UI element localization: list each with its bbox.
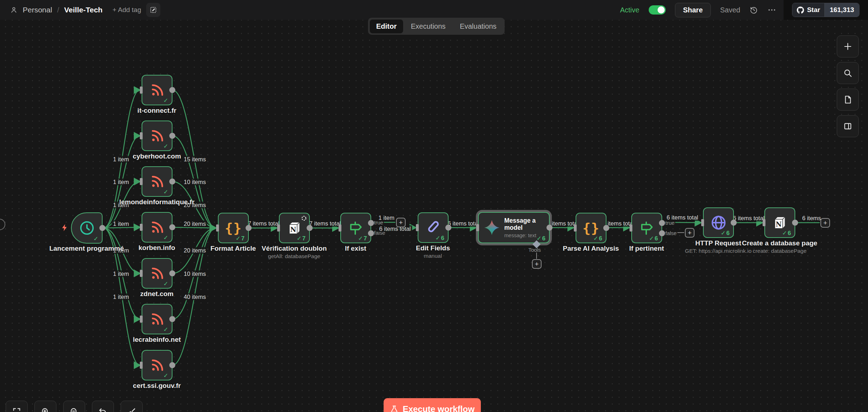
add-node-panel-button[interactable] bbox=[837, 35, 859, 57]
input-port[interactable] bbox=[140, 270, 143, 277]
input-port[interactable] bbox=[277, 224, 280, 232]
input-port[interactable] bbox=[216, 224, 219, 232]
execute-workflow-button[interactable]: Execute workflow bbox=[384, 398, 481, 412]
input-port[interactable] bbox=[140, 362, 143, 369]
zoom-out-button[interactable] bbox=[63, 401, 85, 412]
github-star-left[interactable]: Star bbox=[792, 3, 824, 17]
output-port[interactable] bbox=[169, 362, 175, 368]
node-verification-doublon[interactable]: N 7 bbox=[279, 213, 310, 243]
output-port-true[interactable] bbox=[368, 220, 374, 226]
output-port-true[interactable] bbox=[659, 220, 665, 226]
input-port[interactable] bbox=[416, 224, 419, 231]
undo-button[interactable] bbox=[92, 401, 114, 412]
edge-label: 7 items total bbox=[308, 220, 342, 227]
success-count: 6 bbox=[721, 230, 730, 236]
output-port[interactable] bbox=[99, 225, 105, 231]
output-port[interactable] bbox=[169, 133, 175, 139]
add-tool-button[interactable] bbox=[532, 259, 542, 269]
node-if-exist[interactable]: 7 bbox=[340, 213, 371, 243]
share-button[interactable]: Share bbox=[675, 3, 711, 17]
toggle-panel-button[interactable] bbox=[837, 115, 859, 137]
input-port[interactable] bbox=[701, 219, 704, 226]
edge-label: 6 items bbox=[801, 215, 822, 222]
search-button[interactable] bbox=[837, 62, 859, 84]
input-port[interactable] bbox=[140, 316, 143, 323]
node-rss-korben[interactable] bbox=[142, 212, 172, 243]
output-port-false[interactable] bbox=[368, 230, 374, 236]
input-port[interactable] bbox=[140, 132, 143, 139]
workflow-title[interactable]: Veille-Tech bbox=[64, 6, 103, 14]
svg-text:N: N bbox=[776, 221, 782, 228]
node-parse-ai-analysis[interactable]: 6 bbox=[576, 213, 606, 243]
input-port[interactable] bbox=[140, 178, 143, 185]
output-port[interactable] bbox=[603, 225, 609, 231]
node-rss-cyberhoot[interactable] bbox=[142, 121, 172, 151]
github-star-label: Star bbox=[807, 6, 820, 14]
breadcrumb-separator: / bbox=[57, 6, 59, 14]
github-panel: Star 161,313 bbox=[784, 0, 868, 20]
sticky-note-button[interactable] bbox=[837, 89, 859, 111]
node-label: lecrabeinfo.net bbox=[133, 336, 181, 344]
output-port[interactable] bbox=[169, 316, 175, 322]
input-port[interactable] bbox=[140, 87, 143, 94]
output-port[interactable] bbox=[307, 225, 313, 231]
output-port[interactable] bbox=[445, 225, 451, 231]
node-schedule-trigger[interactable] bbox=[71, 212, 103, 244]
rss-icon bbox=[149, 82, 165, 98]
node-label: cyberhoot.com bbox=[133, 152, 181, 160]
clock-icon bbox=[78, 219, 95, 236]
add-node-button[interactable] bbox=[685, 228, 694, 238]
undo-icon bbox=[98, 407, 108, 412]
fit-view-button[interactable] bbox=[6, 401, 28, 412]
input-port[interactable] bbox=[476, 224, 479, 231]
tab-editor[interactable]: Editor bbox=[370, 20, 403, 33]
node-format-article[interactable]: 7 bbox=[218, 213, 249, 243]
person-icon bbox=[10, 6, 18, 14]
edge-label: 10 items bbox=[182, 271, 207, 277]
output-port[interactable] bbox=[546, 225, 553, 231]
node-edit-fields[interactable]: 6 bbox=[418, 212, 449, 243]
fit-view-icon bbox=[12, 407, 21, 412]
history-button[interactable] bbox=[749, 6, 758, 14]
input-port[interactable] bbox=[574, 224, 577, 232]
zoom-in-button[interactable] bbox=[34, 401, 56, 412]
saved-status[interactable]: Saved bbox=[720, 6, 740, 14]
input-port[interactable] bbox=[140, 224, 143, 231]
node-rss-lemondeinformatique[interactable] bbox=[142, 166, 172, 197]
rss-icon bbox=[149, 311, 165, 327]
output-port[interactable] bbox=[731, 220, 737, 226]
rss-icon bbox=[149, 174, 165, 189]
tab-executions[interactable]: Executions bbox=[405, 20, 452, 33]
node-http-request[interactable]: 6 bbox=[703, 207, 734, 238]
output-port-false[interactable] bbox=[659, 230, 665, 236]
add-node-button[interactable] bbox=[820, 218, 830, 228]
output-port[interactable] bbox=[246, 225, 252, 231]
tidy-up-button[interactable] bbox=[121, 401, 143, 412]
input-port[interactable] bbox=[339, 224, 341, 232]
workflow-notes-button[interactable] bbox=[146, 3, 160, 17]
node-create-database-page[interactable]: N 6 bbox=[764, 207, 795, 238]
add-node-button[interactable] bbox=[396, 218, 406, 227]
input-port[interactable] bbox=[763, 219, 765, 226]
node-message-a-model[interactable]: Message a model message: text 6 bbox=[478, 212, 550, 243]
github-star-badge[interactable]: Star 161,313 bbox=[792, 3, 859, 17]
node-if-pertinent[interactable]: 6 bbox=[631, 213, 662, 243]
output-port[interactable] bbox=[169, 271, 175, 277]
output-port[interactable] bbox=[169, 224, 175, 230]
node-rss-zdnet[interactable] bbox=[142, 258, 172, 289]
input-port[interactable] bbox=[630, 224, 632, 232]
node-rss-it-connect[interactable] bbox=[142, 75, 172, 105]
tab-evaluations[interactable]: Evaluations bbox=[454, 20, 503, 33]
active-toggle[interactable] bbox=[649, 5, 666, 15]
node-label: it-connect.fr bbox=[137, 107, 176, 115]
success-check bbox=[163, 372, 169, 379]
output-port[interactable] bbox=[792, 220, 798, 226]
output-port[interactable] bbox=[169, 179, 175, 185]
node-rss-cert-ssi[interactable] bbox=[142, 350, 172, 380]
workspace-name[interactable]: Personal bbox=[23, 6, 52, 14]
workflow-canvas[interactable]: Lancement programmé it-connect.fr cyberh… bbox=[0, 0, 868, 412]
node-rss-lecrabeinfo[interactable] bbox=[142, 304, 172, 334]
more-options-button[interactable] bbox=[767, 5, 776, 15]
output-port[interactable] bbox=[169, 87, 175, 93]
add-tag-button[interactable]: + Add tag bbox=[112, 6, 141, 14]
